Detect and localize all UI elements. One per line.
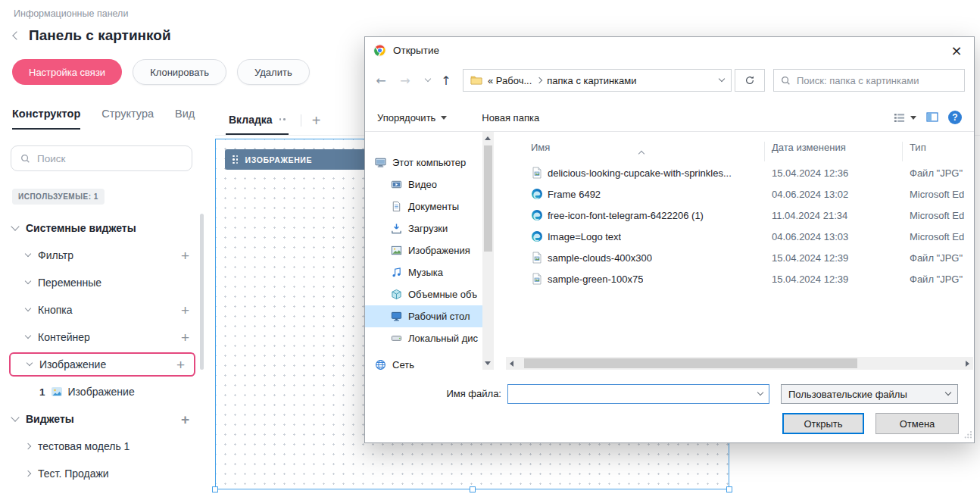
page-title: Панель с картинкой (29, 27, 171, 44)
resize-handle-bottom-left[interactable] (212, 486, 218, 492)
add-container-button[interactable]: + (181, 330, 189, 345)
sidebar-scrollbar[interactable] (200, 214, 204, 370)
preview-pane-icon[interactable] (926, 111, 938, 123)
clone-button[interactable]: Клонировать (133, 59, 226, 85)
new-folder-button[interactable]: Новая папка (482, 112, 539, 123)
nav-forward-button[interactable]: → (395, 63, 415, 98)
dialog-titlebar[interactable]: Открытие × (365, 37, 974, 63)
folder-item-label: Этот компьютер (392, 157, 466, 168)
tree-group-system-widgets[interactable]: Системные виджеты (8, 214, 198, 242)
tab-view[interactable]: Вид (175, 108, 195, 130)
widget-search-input[interactable]: Поиск (11, 145, 192, 171)
tab-constructor[interactable]: Конструктор (12, 108, 80, 130)
resize-grip[interactable] (964, 430, 972, 441)
organize-label: Упорядочить (377, 112, 435, 123)
folder-item-this-pc[interactable]: Этот компьютер (365, 152, 494, 174)
refresh-icon (744, 75, 755, 86)
tree-item-filter[interactable]: Фильтр + (8, 242, 198, 269)
file-row-cupcake[interactable]: delicious-looking-cupcake-with-sprinkles… (506, 162, 973, 183)
file-row-logo-text[interactable]: Image=Logo text 04.06.2024 13:03 Microso… (506, 226, 973, 247)
breadcrumb[interactable]: Информационные панели (14, 8, 128, 19)
column-header-name[interactable]: Имя (531, 142, 550, 153)
address-dropdown-icon[interactable] (719, 76, 725, 82)
folder-item-documents[interactable]: Документы (365, 195, 494, 217)
file-row-telegram-icon[interactable]: free-icon-font-telegram-6422206 (1) 11.0… (506, 205, 973, 226)
organize-menu-button[interactable]: Упорядочить (377, 112, 447, 123)
tree-item-image-highlighted[interactable]: Изображение + (9, 352, 195, 377)
nav-back-button[interactable]: ← (371, 63, 391, 98)
close-icon[interactable]: × (939, 37, 974, 63)
dialog-search-input[interactable]: Поиск: папка с картинками (773, 69, 965, 92)
scroll-right-icon[interactable] (966, 361, 969, 367)
resize-handle-bottom-center[interactable] (470, 486, 476, 492)
canvas-tab[interactable]: Вкладка (226, 105, 289, 135)
chevron-down-icon[interactable] (757, 389, 763, 396)
add-widget-button[interactable]: + (181, 412, 189, 427)
column-header-type[interactable]: Тип (910, 142, 926, 153)
nav-up-button[interactable]: ↑ (436, 63, 456, 98)
back-icon[interactable] (12, 31, 20, 39)
nav-pane-scrollbar[interactable] (482, 132, 494, 370)
address-bar[interactable]: « Рабоч... папка с картинками (463, 69, 732, 92)
folder-item-label: Музыка (408, 267, 443, 278)
file-name: Image=Logo text (548, 231, 621, 242)
add-button-widget-button[interactable]: + (181, 303, 189, 317)
horizontal-scrollbar[interactable] (506, 357, 973, 370)
folder-item-3d-objects[interactable]: Объемные объ (365, 283, 494, 305)
dialog-toolbar: Упорядочить Новая папка ? (365, 104, 974, 131)
scroll-left-icon[interactable] (510, 361, 513, 367)
file-name: sample-green-100x75 (548, 274, 643, 285)
chevron-down-icon (945, 389, 951, 396)
tree-item-image-instance[interactable]: 1 Изображение (8, 378, 198, 405)
delete-button[interactable]: Удалить (237, 59, 310, 85)
file-row-frame[interactable]: Frame 6492 04.06.2024 13:02 Microsoft Ed (506, 183, 973, 205)
tree-item-variables[interactable]: Переменные (8, 269, 198, 296)
edge-html-icon (531, 230, 543, 242)
cancel-button[interactable]: Отмена (875, 413, 959, 434)
tree-item-button[interactable]: Кнопка + (8, 296, 198, 324)
scrollbar-thumb[interactable] (524, 358, 857, 368)
file-type: Microsoft Ed (910, 189, 973, 200)
scroll-down-icon[interactable] (485, 361, 491, 365)
drag-handle-icon[interactable] (233, 155, 239, 164)
column-divider[interactable] (902, 142, 903, 161)
tree-group-widgets[interactable]: Виджеты + (8, 405, 198, 433)
search-icon (781, 76, 791, 86)
scrollbar-thumb[interactable] (484, 145, 492, 252)
filename-input[interactable] (507, 384, 769, 404)
file-row-sample-green[interactable]: sample-green-100x75 15.04.2024 12:39 Фай… (506, 268, 973, 289)
filetype-select[interactable]: Пользовательские файлы (781, 384, 958, 404)
folder-item-downloads[interactable]: Загрузки (365, 217, 494, 239)
open-button[interactable]: Открыть (782, 413, 864, 434)
folder-nav-pane: Этот компьютер Видео Документы Загрузки … (365, 132, 494, 370)
tree-item-test-sales[interactable]: Тест. Продажи (8, 460, 198, 487)
file-type: Файл "JPG" (910, 274, 973, 285)
add-filter-button[interactable]: + (181, 249, 189, 263)
folder-item-pictures[interactable]: Изображения (365, 239, 494, 261)
column-divider[interactable] (764, 142, 765, 161)
configure-connection-button[interactable]: Настройка связи (12, 59, 122, 85)
refresh-button[interactable] (735, 69, 765, 92)
column-header-date[interactable]: Дата изменения (772, 142, 846, 153)
resize-handle-bottom-right[interactable] (726, 486, 732, 492)
breadcrumb-current-folder[interactable]: папка с картинками (547, 75, 636, 86)
folder-item-desktop-selected[interactable]: Рабочий стол (365, 305, 494, 327)
breadcrumb-parent[interactable]: « Рабоч... (488, 75, 532, 86)
folder-item-local-disk[interactable]: Локальный дис (365, 327, 494, 349)
tree-item-container[interactable]: Контейнер + (8, 324, 198, 351)
nav-history-dropdown[interactable] (418, 63, 438, 98)
folder-item-videos[interactable]: Видео (365, 174, 494, 195)
dropdown-arrow-icon (910, 116, 916, 120)
add-image-button[interactable]: + (176, 358, 185, 372)
file-row-sample-clouds[interactable]: sample-clouds-400x300 15.04.2024 12:39 Ф… (506, 247, 973, 268)
view-mode-dropdown[interactable] (894, 112, 916, 123)
tab-menu-dots-icon[interactable] (279, 118, 286, 120)
add-tab-button[interactable]: + (312, 112, 321, 130)
tab-separator (301, 114, 301, 127)
tab-structure[interactable]: Структура (101, 108, 154, 130)
tree-item-test-model[interactable]: тестовая модель 1 (8, 433, 198, 460)
help-icon[interactable]: ? (948, 111, 962, 124)
scroll-up-icon[interactable] (485, 136, 491, 140)
folder-item-network[interactable]: Сеть (365, 354, 494, 370)
folder-item-music[interactable]: Музыка (365, 261, 494, 283)
